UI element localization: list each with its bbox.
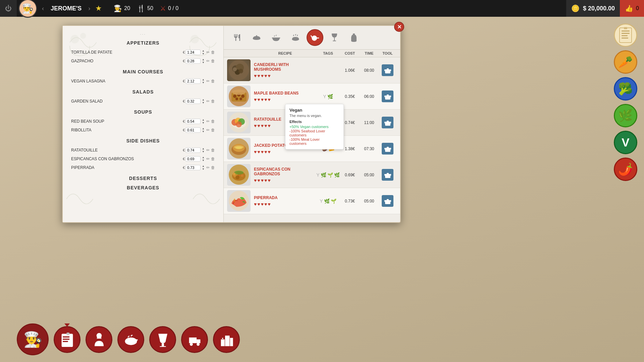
- col-header-tags: TAGS: [316, 51, 340, 55]
- edit-icon-red-bean-soup[interactable]: ✏: [206, 119, 210, 124]
- price-input-vegan-lasagna[interactable]: [185, 78, 201, 84]
- favorite-star[interactable]: ★: [95, 4, 102, 13]
- tooltip-effect-2: -100% Seafood Lover customers: [289, 129, 339, 137]
- city-button[interactable]: [213, 326, 240, 353]
- price-arrows-espicancas[interactable]: ▲▼: [202, 156, 205, 162]
- delete-icon-espicancas[interactable]: 🗑: [211, 157, 215, 161]
- filter-wine-glass[interactable]: [326, 29, 343, 46]
- active-indicator: [64, 323, 70, 327]
- item-price-tortilla: € ▲▼: [183, 49, 205, 55]
- svg-rect-93: [222, 338, 223, 339]
- close-button[interactable]: ✕: [394, 22, 404, 32]
- avatar[interactable]: 👨‍🍳: [18, 0, 37, 18]
- item-price-ratatouille: € ▲▼: [183, 147, 205, 153]
- price-input-ratatouille[interactable]: [185, 147, 201, 153]
- svg-rect-92: [230, 338, 233, 346]
- nav-forward-arrow[interactable]: ›: [85, 5, 94, 12]
- delivery-button[interactable]: [181, 326, 208, 353]
- price-input-tortilla[interactable]: [185, 50, 201, 55]
- price-input-gazpacho[interactable]: [185, 58, 201, 64]
- recipes-button[interactable]: 🥦: [614, 77, 637, 101]
- filter-frying-pan[interactable]: [307, 29, 323, 46]
- bottom-toolbar: 👨‍🍳: [17, 323, 240, 355]
- edit-icon-vegan-lasagna[interactable]: ✏: [206, 79, 210, 83]
- delete-icon-tortilla[interactable]: 🗑: [211, 50, 215, 55]
- recipe-row-piperrada[interactable]: PIPERRADA ♥♥♥♥♥ Y 🌿 🌱 0.73€ 05:00: [224, 188, 400, 214]
- price-arrows-ratatouille[interactable]: ▲▼: [202, 147, 205, 153]
- tag-vegan: Y: [323, 94, 326, 99]
- tooltip-title: Vegan: [289, 108, 339, 113]
- power-button[interactable]: ⏻: [0, 0, 17, 17]
- tag-leaf3: 🌿: [321, 172, 326, 178]
- svg-rect-41: [385, 122, 390, 126]
- svg-rect-51: [384, 148, 385, 149]
- chili-icon: 🌶️: [618, 163, 633, 176]
- recipe-tool-ratatouille: [378, 117, 397, 128]
- price-input-piperrada[interactable]: [185, 165, 201, 170]
- nav-back-arrow[interactable]: ‹: [39, 5, 47, 12]
- filter-all[interactable]: [229, 29, 246, 46]
- herbs-button[interactable]: 🌿: [614, 104, 637, 127]
- recipe-row-espicancas[interactable]: ESPICANCAS CON GABRONZOS ♥♥♥♥♥ Y 🌿 🌱 🌿 0…: [224, 162, 400, 188]
- cooking-button[interactable]: [117, 326, 144, 353]
- svg-point-61: [241, 174, 244, 177]
- bar-button[interactable]: [149, 326, 176, 353]
- svg-rect-62: [385, 174, 390, 178]
- edit-icon-ribollita[interactable]: ✏: [206, 128, 210, 132]
- vegan-button[interactable]: V: [614, 131, 637, 154]
- edit-icon-tortilla[interactable]: ✏: [206, 50, 210, 55]
- price-input-espicancas[interactable]: [185, 156, 201, 162]
- delete-icon-garden-salad[interactable]: 🗑: [211, 99, 215, 104]
- filter-steaming[interactable]: [287, 29, 304, 46]
- chef-hat-icon: 👨‍🍳: [114, 4, 122, 12]
- ingredients-button[interactable]: 🥕: [614, 50, 637, 74]
- delete-icon-ribollita[interactable]: 🗑: [211, 128, 215, 132]
- carrot-icon: 🥕: [618, 55, 633, 69]
- delete-icon-vegan-lasagna[interactable]: 🗑: [211, 79, 215, 83]
- filter-bowl[interactable]: [268, 29, 284, 46]
- recipe-tags-espicancas: Y 🌿 🌱 🌿: [316, 172, 340, 178]
- price-input-red-bean-soup[interactable]: [185, 119, 201, 124]
- price-arrows-ribollita[interactable]: ▲▼: [202, 127, 205, 133]
- delete-icon-red-bean-soup[interactable]: 🗑: [211, 119, 215, 124]
- svg-rect-81: [66, 333, 69, 335]
- edit-icon-garden-salad[interactable]: ✏: [206, 99, 210, 104]
- price-input-ribollita[interactable]: [185, 127, 201, 133]
- price-arrows-red-bean-soup[interactable]: ▲▼: [202, 118, 205, 124]
- price-arrows-tortilla[interactable]: ▲▼: [202, 49, 205, 55]
- item-price-espicancas: € ▲▼: [183, 156, 205, 162]
- price-arrows-gazpacho[interactable]: ▲▼: [202, 58, 205, 64]
- svg-rect-69: [390, 200, 391, 202]
- price-arrows-piperrada[interactable]: ▲▼: [202, 165, 205, 171]
- svg-rect-79: [63, 339, 69, 340]
- menu-dialog: ✕ ··· APPETIZERS TORTILLA DE PATATE €: [62, 25, 401, 223]
- spicy-button[interactable]: 🌶️: [614, 158, 637, 181]
- menu-item-ribollita: RIBOLLITA € ▲▼ ✏ 🗑: [69, 126, 217, 134]
- svg-rect-78: [63, 337, 69, 338]
- edit-icon-ratatouille[interactable]: ✏: [206, 148, 210, 153]
- price-input-garden-salad[interactable]: [185, 99, 201, 104]
- likes-display: 👍 0: [620, 0, 644, 17]
- menu-notepad-button[interactable]: [614, 23, 637, 47]
- edit-icon-gazpacho[interactable]: ✏: [206, 59, 210, 63]
- svg-point-82: [96, 333, 102, 338]
- svg-rect-21: [390, 69, 391, 71]
- coin-icon: 🪙: [571, 4, 580, 12]
- recipe-hearts-piperrada: ♥♥♥♥♥: [254, 201, 316, 207]
- menu-toolbar-button[interactable]: [54, 326, 80, 353]
- delete-icon-gazpacho[interactable]: 🗑: [211, 59, 215, 63]
- col-header-recipe: RECIPE: [254, 51, 316, 55]
- svg-rect-75: [622, 38, 628, 39]
- edit-icon-espicancas[interactable]: ✏: [206, 157, 210, 161]
- price-arrows-garden-salad[interactable]: ▲▼: [202, 98, 205, 104]
- delete-icon-piperrada[interactable]: 🗑: [211, 165, 215, 170]
- chef-hat-btn-icon: 👨‍🍳: [23, 330, 42, 348]
- waiter-button[interactable]: [86, 326, 112, 353]
- recipe-row-canederli[interactable]: CANEDERLI WITH MUSHROOMS ♥♥♥♥♥ 1.06€ 08:…: [224, 57, 400, 83]
- edit-icon-piperrada[interactable]: ✏: [206, 165, 210, 170]
- filter-bottle[interactable]: [345, 29, 362, 46]
- price-arrows-vegan-lasagna[interactable]: ▲▼: [202, 78, 205, 84]
- delete-icon-ratatouille[interactable]: 🗑: [211, 148, 215, 153]
- filter-covered-dish[interactable]: [248, 29, 265, 46]
- chef-button[interactable]: 👨‍🍳: [17, 323, 49, 355]
